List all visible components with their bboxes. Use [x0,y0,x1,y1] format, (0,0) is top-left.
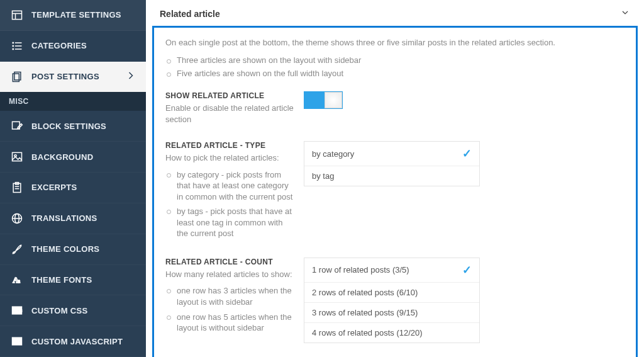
sidebar-item-post-settings[interactable]: POST SETTINGS [0,62,146,93]
edit-block-icon [9,120,25,132]
svg-rect-12 [13,152,22,161]
sidebar-item-label: TEMPLATE SETTINGS [31,10,121,20]
setting-related-article-count: RELATED ARTICLE - COUNT How many related… [165,258,625,343]
sidebar-section-misc: MISC [0,92,146,111]
sidebar-item-theme-colors[interactable]: THEME COLORS [0,234,146,265]
layout-icon [9,9,25,21]
font-icon: Aa [9,273,25,286]
sidebar-item-label: CUSTOM CSS [31,306,87,315]
css-icon: CSS [9,304,25,317]
setting-title: RELATED ARTICLE - TYPE [165,141,294,150]
sidebar-item-background[interactable]: BACKGROUND [0,142,146,173]
sidebar-item-theme-fonts[interactable]: Aa THEME FONTS [0,265,146,296]
panel-title: Related article [160,9,220,19]
sidebar: TEMPLATE SETTINGS CATEGORIES POST SETTIN… [0,0,146,357]
sidebar-item-translations[interactable]: TRANSLATIONS [0,203,146,234]
sidebar-item-label: BACKGROUND [31,152,93,162]
clipboard-icon [9,181,25,194]
svg-rect-6 [13,42,14,43]
sidebar-item-template-settings[interactable]: TEMPLATE SETTINGS [0,0,146,31]
intro-bullet: Three articles are shown on the layout w… [177,54,625,67]
type-option-list: by category ✓ by tag ✓ [304,141,480,186]
option-label: 3 rows of related posts (9/15) [312,308,418,317]
option-label: 2 rows of related posts (6/10) [312,288,418,297]
sidebar-item-label: TRANSLATIONS [31,213,97,223]
sidebar-item-label: CUSTOM JAVASCRIPT [31,337,123,346]
list-icon [9,40,25,52]
sidebar-item-label: BLOCK SETTINGS [31,122,106,131]
document-copy-icon [9,71,25,83]
setting-title: SHOW RELATED ARTICLE [165,91,294,100]
panel-body: On each single post at the bottom, the t… [152,26,638,357]
count-option-4-rows[interactable]: 4 rows of related posts (12/20) ✓ [304,323,479,343]
type-option-by-tag[interactable]: by tag ✓ [304,166,479,186]
setting-desc: How many related articles to show: one r… [165,269,294,336]
setting-desc: Enable or disable the related article se… [165,103,294,125]
panel-intro: On each single post at the bottom, the t… [165,38,625,47]
sidebar-item-custom-javascript[interactable]: JS CUSTOM JAVASCRIPT [0,326,146,357]
count-option-1-row[interactable]: 1 row of related posts (3/5) ✓ [304,258,479,283]
setting-show-related-article: SHOW RELATED ARTICLE Enable or disable t… [165,91,625,125]
option-label: by tag [312,171,334,181]
main-panel: Related article On each single post at t… [146,0,644,357]
toggle-knob [325,92,342,108]
chevron-down-icon [620,8,630,20]
count-option-3-rows[interactable]: 3 rows of related posts (9/15) ✓ [304,303,479,323]
svg-rect-0 [13,11,22,19]
svg-text:JS: JS [14,339,21,344]
count-option-2-rows[interactable]: 2 rows of related posts (6/10) ✓ [304,283,479,303]
globe-icon [9,212,25,225]
check-icon: ✓ [462,147,472,161]
sidebar-item-label: EXCERPTS [31,183,77,192]
count-option-list: 1 row of related posts (3/5) ✓ 2 rows of… [304,258,480,343]
setting-bullet: by tags - pick posts that have at least … [177,204,294,241]
check-icon: ✓ [462,263,472,277]
setting-bullet: by category - pick posts from that have … [177,167,294,205]
setting-desc: How to pick the related articles: by cat… [165,152,294,241]
sidebar-item-custom-css[interactable]: CSS CUSTOM CSS [0,295,146,326]
sidebar-item-label: POST SETTINGS [31,72,99,81]
svg-text:a: a [18,278,21,284]
sidebar-item-block-settings[interactable]: BLOCK SETTINGS [0,111,146,142]
brush-icon [9,243,25,256]
intro-bullet: Five articles are shown on the full widt… [177,67,625,80]
image-icon [9,150,25,163]
svg-rect-8 [13,48,14,50]
option-label: by category [312,149,354,159]
sidebar-item-label: THEME COLORS [31,244,99,254]
js-icon: JS [9,335,25,348]
sidebar-item-categories[interactable]: CATEGORIES [0,31,146,62]
panel-header-related-article[interactable]: Related article [146,0,644,26]
show-related-toggle[interactable] [304,91,343,109]
option-label: 4 rows of related posts (12/20) [312,328,423,337]
setting-title: RELATED ARTICLE - COUNT [165,258,294,266]
svg-text:CSS: CSS [13,309,23,313]
option-label: 1 row of related posts (3/5) [312,265,409,275]
chevron-right-icon [125,69,137,84]
panel-intro-bullets: Three articles are shown on the layout w… [165,54,625,80]
setting-bullet: one row has 3 articles when the layout i… [177,283,294,309]
sidebar-item-label: THEME FONTS [31,275,92,285]
setting-bullet: one row has 5 articles when the layout i… [177,310,294,336]
sidebar-item-excerpts[interactable]: EXCERPTS [0,173,146,203]
svg-rect-7 [13,45,14,47]
sidebar-item-label: CATEGORIES [31,41,87,50]
setting-related-article-type: RELATED ARTICLE - TYPE How to pick the r… [165,141,625,241]
type-option-by-category[interactable]: by category ✓ [304,142,479,166]
